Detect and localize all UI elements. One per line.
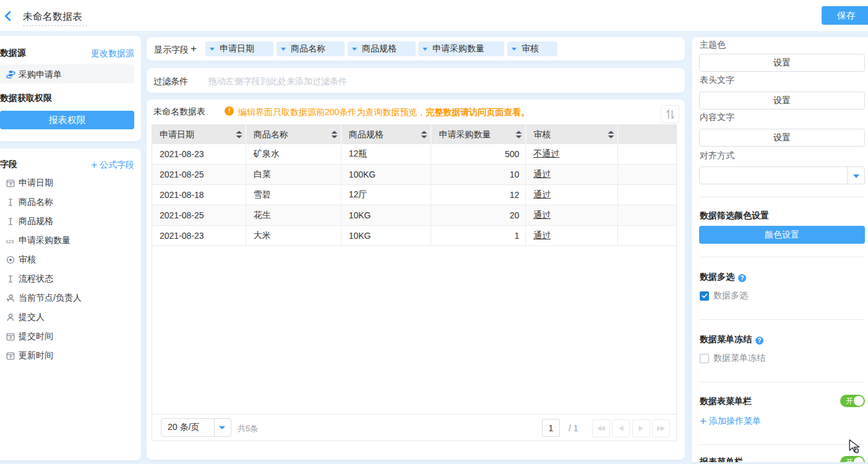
svg-text:123: 123: [6, 238, 14, 244]
